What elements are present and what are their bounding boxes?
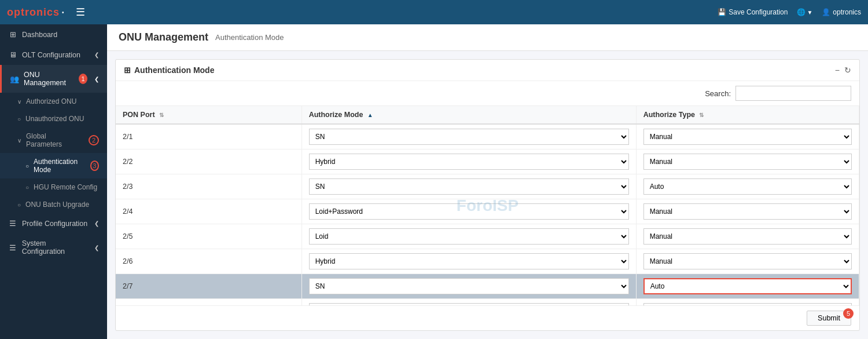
search-input[interactable]	[735, 86, 851, 101]
sidebar-item-dashboard[interactable]: ⊞ Dashboard	[0, 24, 107, 45]
onu-mgmt-badge: 1	[79, 74, 87, 84]
authorize-mode-sort-icon[interactable]: ▲	[367, 112, 373, 118]
authorize-type-select[interactable]: ManualAuto	[643, 253, 852, 269]
authorize-type-select[interactable]: ManualAuto	[643, 203, 852, 220]
search-label: Search:	[705, 89, 731, 98]
sidebar-item-onu-batch[interactable]: ○ ONU Batch Upgrade	[0, 196, 107, 213]
profile-icon: ☰	[8, 219, 17, 228]
logo-dot: •	[62, 9, 64, 16]
cell-authorize-mode: SNHybridLoid+PasswordLoidSN+LoidSN+Passw…	[301, 299, 636, 306]
authorize-mode-select[interactable]: SNHybridLoid+PasswordLoidSN+LoidSN+Passw…	[309, 154, 629, 170]
save-config-btn[interactable]: 💾 Save Configuration	[718, 8, 788, 16]
cell-authorize-type: ManualAuto	[636, 299, 859, 306]
authorize-type-select[interactable]: ManualAuto	[643, 228, 852, 245]
auth-mode-badge: 3	[90, 161, 99, 171]
authorize-type-select[interactable]: ManualAuto	[643, 303, 852, 305]
save-icon: 💾	[718, 8, 726, 16]
authorize-type-select[interactable]: ManualAuto	[643, 154, 852, 170]
sidebar-item-olt-config[interactable]: 🖥 OLT Configuration ❮	[0, 45, 107, 65]
profile-chevron-icon: ❮	[94, 220, 99, 227]
col-authorize-type: Authorize Type ⇅	[636, 106, 859, 124]
sidebar-item-hgu-remote[interactable]: ○ HGU Remote Config	[0, 178, 107, 196]
sidebar-item-onu-mgmt[interactable]: 👥 ONU Management 1 ❮	[0, 65, 107, 93]
sidebar-label-onu-batch: ONU Batch Upgrade	[25, 201, 89, 209]
sidebar-label-profile-config: Profile Configuration	[22, 220, 87, 228]
authorize-mode-select[interactable]: SNHybridLoid+PasswordLoidSN+LoidSN+Passw…	[309, 278, 629, 294]
olt-icon: 🖥	[8, 50, 17, 59]
authorize-type-select[interactable]: ManualAuto	[643, 178, 852, 195]
table-row: 2/8SNHybridLoid+PasswordLoidSN+LoidSN+Pa…	[116, 299, 859, 306]
sidebar-label-authorized-onu: Authorized ONU	[26, 97, 76, 105]
refresh-btn[interactable]: ↻	[844, 65, 851, 75]
minimize-btn[interactable]: −	[835, 65, 840, 75]
authorized-onu-icon: ∨	[17, 99, 21, 105]
authorize-mode-select[interactable]: SNHybridLoid+PasswordLoidSN+LoidSN+Passw…	[309, 228, 629, 245]
cell-pon-port: 2/2	[116, 150, 301, 174]
cell-authorize-mode: SNHybridLoid+PasswordLoidSN+LoidSN+Passw…	[301, 174, 636, 199]
logo-text: optronics	[7, 6, 60, 19]
sidebar-item-authorized-onu[interactable]: ∨ Authorized ONU	[0, 93, 107, 110]
sidebar-label-hgu-remote: HGU Remote Config	[34, 183, 97, 191]
cell-authorize-mode: SNHybridLoid+PasswordLoidSN+LoidSN+Passw…	[301, 124, 636, 150]
card-footer: Submit 5	[116, 305, 859, 330]
hamburger-icon[interactable]: ☰	[76, 6, 85, 19]
sidebar-label-system-config: System Configuration	[22, 239, 90, 256]
global-params-icon: ∨	[17, 137, 21, 144]
cell-pon-port: 2/4	[116, 199, 301, 224]
page-subtitle: Authentication Mode	[215, 33, 284, 42]
sidebar-label-unauthorized-onu: Unauthorized ONU	[25, 115, 84, 123]
system-config-chevron-icon: ❮	[94, 245, 99, 251]
page-header: ONU Management Authentication Mode	[107, 24, 868, 51]
card-title-icon: ⊞	[124, 65, 131, 75]
sidebar-item-auth-mode[interactable]: ○ Authentication Mode 3	[0, 153, 107, 178]
sidebar-item-global-params[interactable]: ∨ Global Parameters 2	[0, 127, 107, 153]
table-row: 2/1SNHybridLoid+PasswordLoidSN+LoidSN+Pa…	[116, 124, 859, 150]
sidebar-label-global-params: Global Parameters	[26, 132, 84, 148]
cell-pon-port: 2/3	[116, 174, 301, 199]
sidebar-label-dashboard: Dashboard	[22, 31, 57, 39]
sidebar-item-profile-config[interactable]: ☰ Profile Configuration ❮	[0, 213, 107, 234]
sidebar: ⊞ Dashboard 🖥 OLT Configuration ❮ 👥 ONU …	[0, 24, 107, 339]
authorize-mode-select[interactable]: SNHybridLoid+PasswordLoidSN+LoidSN+Passw…	[309, 203, 629, 220]
language-btn[interactable]: 🌐 ▼	[797, 8, 812, 16]
cell-authorize-mode: SNHybridLoid+PasswordLoidSN+LoidSN+Passw…	[301, 274, 636, 299]
cell-authorize-type: ManualAuto	[636, 174, 859, 199]
global-params-badge: 2	[89, 135, 99, 145]
sidebar-item-unauthorized-onu[interactable]: ○ Unauthorized ONU	[0, 110, 107, 127]
authorize-mode-select[interactable]: SNHybridLoid+PasswordLoidSN+LoidSN+Passw…	[309, 129, 629, 145]
sidebar-label-olt-config: OLT Configuration	[22, 51, 80, 59]
authorize-type-sort-icon[interactable]: ⇅	[699, 112, 704, 118]
authorize-type-select[interactable]: ManualAuto	[643, 129, 852, 145]
data-table: PON Port ⇅ Authorize Mode ▲ Authorize Ty…	[116, 106, 859, 305]
table-container: ForoISP PON Port ⇅ Authorize Mode ▲	[116, 106, 859, 305]
user-btn[interactable]: 👤 optronics	[822, 8, 861, 16]
col-authorize-mode: Authorize Mode ▲	[301, 106, 636, 124]
page-title: ONU Management	[119, 31, 208, 43]
cell-authorize-mode: SNHybridLoid+PasswordLoidSN+LoidSN+Passw…	[301, 199, 636, 224]
navbar-left: optronics • ☰	[7, 6, 85, 19]
pon-port-sort-icon[interactable]: ⇅	[159, 112, 164, 118]
cell-authorize-type: ManualAuto	[636, 274, 859, 299]
submit-badge: 5	[843, 308, 854, 319]
table-row: 2/2SNHybridLoid+PasswordLoidSN+LoidSN+Pa…	[116, 150, 859, 174]
table-row: 2/7SNHybridLoid+PasswordLoidSN+LoidSN+Pa…	[116, 274, 859, 299]
col-authorize-mode-label: Authorize Mode	[309, 111, 363, 119]
authorize-mode-select[interactable]: SNHybridLoid+PasswordLoidSN+LoidSN+Passw…	[309, 178, 629, 195]
olt-chevron-icon: ❮	[94, 52, 99, 58]
lang-chevron: ▼	[807, 9, 812, 16]
sidebar-label-auth-mode: Authentication Mode	[34, 158, 86, 174]
cell-pon-port: 2/7	[116, 274, 301, 299]
card-header: ⊞ Authentication Mode − ↻	[116, 60, 859, 81]
sidebar-item-system-config[interactable]: ☰ System Configuration ❮	[0, 234, 107, 261]
cell-authorize-type: ManualAuto	[636, 224, 859, 249]
authorize-mode-select[interactable]: SNHybridLoid+PasswordLoidSN+LoidSN+Passw…	[309, 303, 629, 305]
table-row: 2/4SNHybridLoid+PasswordLoidSN+LoidSN+Pa…	[116, 199, 859, 224]
authorize-type-select[interactable]: ManualAuto	[643, 278, 852, 294]
authorize-mode-select[interactable]: SNHybridLoid+PasswordLoidSN+LoidSN+Passw…	[309, 253, 629, 269]
table-row: 2/6SNHybridLoid+PasswordLoidSN+LoidSN+Pa…	[116, 249, 859, 274]
table-row: 2/3SNHybridLoid+PasswordLoidSN+LoidSN+Pa…	[116, 174, 859, 199]
cell-authorize-type: ManualAuto	[636, 199, 859, 224]
table-header: PON Port ⇅ Authorize Mode ▲ Authorize Ty…	[116, 106, 859, 124]
globe-icon: 🌐	[797, 8, 806, 16]
cell-authorize-type: ManualAuto	[636, 124, 859, 150]
